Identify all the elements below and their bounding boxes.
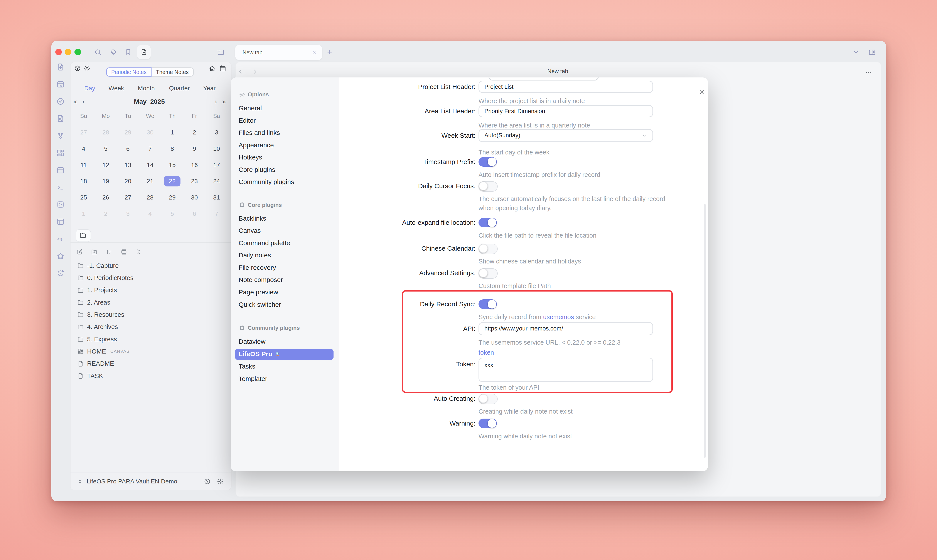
calendar-day[interactable]: 11 <box>74 160 93 171</box>
rail-templater-icon[interactable]: <% <box>56 235 65 243</box>
calendar-day[interactable]: 4 <box>74 143 93 154</box>
file-toolbar-rows-icon[interactable] <box>120 248 127 255</box>
sidebar-right-toggle-icon[interactable] <box>868 48 876 56</box>
sidebar-left-toggle-icon[interactable] <box>217 48 225 56</box>
calendar-fast-prev-icon[interactable]: « <box>73 97 77 106</box>
file-tree-item[interactable]: -1. Capture <box>77 261 225 271</box>
file-tree-item[interactable]: 2. Areas <box>77 298 225 307</box>
settings-nav-item[interactable]: Community plugins <box>239 178 294 186</box>
calendar-day[interactable]: 20 <box>119 175 137 187</box>
rail-sync-icon[interactable] <box>56 269 65 278</box>
calendar-day[interactable]: 5 <box>163 208 181 220</box>
calendar-day[interactable]: 2 <box>185 127 203 138</box>
calendar-day[interactable]: 4 <box>141 208 159 220</box>
vault-switcher[interactable]: LifeOS Pro PARA Vault EN Demo <box>70 472 231 490</box>
calendar-day[interactable]: 30 <box>185 192 203 203</box>
period-tab-quarter[interactable]: Quarter <box>169 85 190 92</box>
settings-nav-item[interactable]: Editor <box>239 117 256 124</box>
rail-check-circle-icon[interactable] <box>56 97 65 106</box>
auto-creating-toggle[interactable] <box>479 394 498 404</box>
calendar-day[interactable]: 16 <box>185 160 203 171</box>
settings-nav-item[interactable]: Command palette <box>239 239 290 247</box>
calendar-day[interactable]: 15 <box>163 160 181 171</box>
tab-theme-notes[interactable]: Theme Notes <box>151 68 194 77</box>
calendar-icon[interactable] <box>219 65 227 72</box>
file-tree-item[interactable]: 4. Archives <box>77 322 225 332</box>
calendar-fast-next-icon[interactable]: » <box>222 97 226 106</box>
gear-icon[interactable] <box>217 478 224 485</box>
period-tab-day[interactable]: Day <box>84 85 95 92</box>
rail-file-search-icon[interactable] <box>56 114 65 123</box>
rail-home-icon[interactable] <box>56 252 65 260</box>
calendar-day[interactable]: 25 <box>74 192 93 203</box>
calendar-next-icon[interactable]: › <box>215 97 217 106</box>
rail-calendar-heart-icon[interactable] <box>56 80 65 89</box>
settings-nav-item[interactable]: Templater <box>239 375 267 383</box>
area-list-header-input[interactable]: Priority First Dimension <box>479 105 653 117</box>
forward-icon[interactable] <box>251 68 259 75</box>
settings-nav-item[interactable]: Page preview <box>239 288 278 296</box>
settings-nav-item[interactable]: Quick switcher <box>239 301 281 308</box>
calendar-day[interactable]: 22 <box>164 176 180 186</box>
file-tree-item[interactable]: TASK <box>77 371 225 381</box>
calendar-day[interactable]: 5 <box>97 143 115 154</box>
settings-nav-item[interactable]: Canvas <box>239 227 261 234</box>
timestamp-prefix-toggle[interactable] <box>479 157 497 167</box>
settings-nav-item[interactable]: LifeOS Pro <box>239 350 280 358</box>
minimize-window-button[interactable] <box>65 49 71 55</box>
settings-nav-item[interactable]: General <box>239 105 262 112</box>
file-tree-item[interactable]: 1. Projects <box>77 285 225 295</box>
calendar-day[interactable]: 31 <box>208 192 226 203</box>
week-start-select[interactable]: Auto(Sunday) <box>479 129 653 142</box>
calendar-day[interactable]: 27 <box>119 192 137 203</box>
file-toolbar-edit-icon[interactable] <box>76 248 83 255</box>
calendar-day[interactable]: 13 <box>119 160 137 171</box>
calendar-day[interactable]: 9 <box>185 143 203 154</box>
calendar-day[interactable]: 3 <box>119 208 137 220</box>
calendar-day[interactable]: 29 <box>163 192 181 203</box>
rail-new-note-icon[interactable] <box>56 63 65 71</box>
calendar-day[interactable]: 30 <box>141 127 159 138</box>
calendar-day[interactable]: 27 <box>74 127 93 138</box>
auto-expand-file-location-toggle[interactable] <box>479 218 497 227</box>
settings-nav-item[interactable]: Dataview <box>239 338 265 345</box>
file-tree-item[interactable]: 0. PeriodicNotes <box>77 273 225 283</box>
back-icon[interactable] <box>237 68 244 75</box>
calendar-day[interactable]: 12 <box>97 160 115 171</box>
tab-new-tab[interactable]: New tab <box>235 45 322 60</box>
calendar-day[interactable]: 7 <box>208 208 226 220</box>
settings-nav-item[interactable]: Backlinks <box>239 215 266 222</box>
search-icon[interactable] <box>94 48 102 56</box>
period-tab-month[interactable]: Month <box>138 85 155 92</box>
rail-layout-icon[interactable] <box>56 217 65 226</box>
calendar-day[interactable]: 2 <box>97 208 115 220</box>
calendar-day[interactable]: 29 <box>119 127 137 138</box>
calendar-day[interactable]: 3 <box>208 127 226 138</box>
calendar-day[interactable]: 28 <box>97 127 115 138</box>
close-icon[interactable] <box>698 88 705 96</box>
settings-nav-item[interactable]: Daily notes <box>239 251 271 259</box>
calendar-day[interactable]: 10 <box>208 143 226 154</box>
help-icon[interactable] <box>204 478 211 485</box>
tab-periodic-notes[interactable]: Periodic Notes <box>106 68 151 77</box>
tab-close-icon[interactable] <box>311 49 317 55</box>
calendar-day[interactable]: 1 <box>74 208 93 220</box>
period-tab-year[interactable]: Year <box>203 85 216 92</box>
modal-scrollbar[interactable] <box>704 204 706 458</box>
calendar-day[interactable]: 17 <box>208 160 226 171</box>
file-tree-item[interactable]: 5. Express <box>77 334 225 344</box>
file-toolbar-collapse-icon[interactable] <box>135 248 142 255</box>
warning-toggle[interactable] <box>479 418 497 428</box>
calendar-day[interactable]: 24 <box>208 175 226 187</box>
zoom-window-button[interactable] <box>74 49 81 55</box>
calendar-day[interactable]: 1 <box>163 127 181 138</box>
calendar-day[interactable]: 6 <box>185 208 203 220</box>
calendar-day[interactable]: 28 <box>141 192 159 203</box>
rail-terminal-icon[interactable] <box>56 183 65 192</box>
chevron-down-icon[interactable] <box>852 49 860 56</box>
rail-dice-icon[interactable] <box>56 200 65 209</box>
calendar-day[interactable]: 7 <box>141 143 159 154</box>
tags-icon[interactable] <box>110 48 117 56</box>
settings-nav-item[interactable]: File recovery <box>239 264 276 271</box>
daily-cursor-focus-toggle[interactable] <box>479 181 498 192</box>
